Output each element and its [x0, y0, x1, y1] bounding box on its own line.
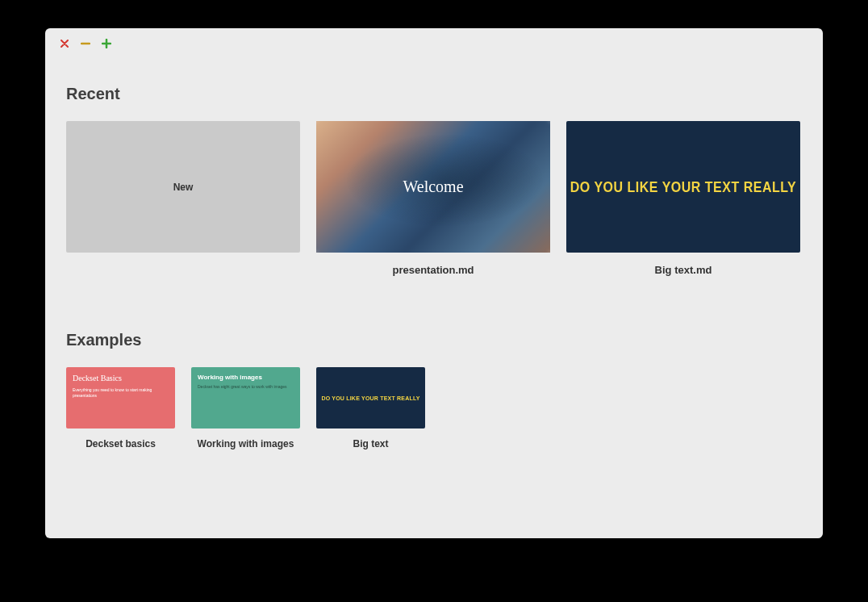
content-area: Recent New Welcome presentation.md DO YO… — [45, 59, 823, 466]
example-item-bigtext[interactable]: DO YOU LIKE YOUR TEXT REALLY Big text — [316, 367, 425, 449]
example-caption: Big text — [316, 438, 425, 449]
examples-row: Deckset Basics Everything you need to kn… — [66, 367, 802, 449]
example-item-basics[interactable]: Deckset Basics Everything you need to kn… — [66, 367, 175, 449]
maximize-icon[interactable] — [102, 39, 111, 48]
welcome-slide-text: Welcome — [403, 178, 463, 196]
recent-caption: Big text.md — [566, 264, 800, 276]
new-label: New — [173, 182, 194, 193]
titlebar — [45, 28, 823, 59]
close-icon[interactable] — [60, 39, 69, 48]
basics-slide-sub: Everything you need to know to start mak… — [73, 387, 169, 399]
welcome-thumbnail: Welcome — [316, 121, 550, 253]
recent-item-presentation[interactable]: Welcome presentation.md — [316, 121, 550, 276]
example-item-images[interactable]: Working with images Deckset has eight gr… — [191, 367, 300, 449]
recent-heading: Recent — [66, 85, 802, 103]
images-slide-title: Working with images — [198, 374, 294, 381]
images-thumbnail: Working with images Deckset has eight gr… — [191, 367, 300, 429]
new-thumbnail: New — [66, 121, 300, 253]
bigtext-thumbnail: DO YOU LIKE YOUR TEXT REALLY — [566, 121, 800, 253]
recent-item-bigtext[interactable]: DO YOU LIKE YOUR TEXT REALLY Big text.md — [566, 121, 800, 276]
example-caption: Deckset basics — [66, 438, 175, 449]
bigtext-small-thumbnail: DO YOU LIKE YOUR TEXT REALLY — [316, 367, 425, 429]
bigtext-small-slide-text: DO YOU LIKE YOUR TEXT REALLY — [321, 395, 419, 401]
images-slide-sub: Deckset has eight great ways to work wit… — [198, 384, 294, 389]
basics-thumbnail: Deckset Basics Everything you need to kn… — [66, 367, 175, 429]
recent-row: New Welcome presentation.md DO YOU LIKE … — [66, 121, 802, 276]
new-presentation-card[interactable]: New — [66, 121, 300, 276]
example-caption: Working with images — [191, 438, 300, 449]
recent-caption: presentation.md — [316, 264, 550, 276]
bigtext-slide-text: DO YOU LIKE YOUR TEXT REALLY — [570, 178, 796, 195]
minimize-icon[interactable] — [81, 39, 90, 48]
basics-slide-title: Deckset Basics — [73, 374, 169, 383]
examples-heading: Examples — [66, 331, 802, 349]
app-window: Recent New Welcome presentation.md DO YO… — [45, 28, 823, 538]
